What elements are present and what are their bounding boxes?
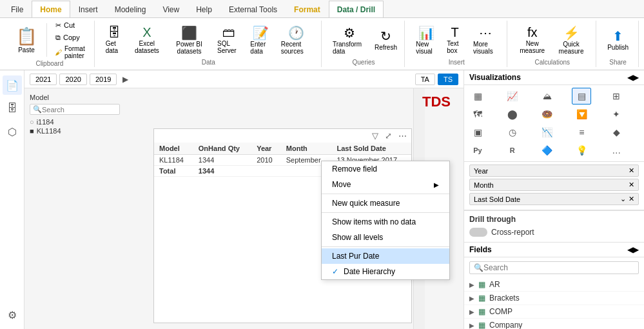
- recent-sources-button[interactable]: 🕐 Recent sources: [277, 23, 316, 57]
- viz-slicer[interactable]: ≡: [572, 124, 591, 141]
- viz-table[interactable]: ▤: [572, 88, 591, 105]
- ctx-show-no-data[interactable]: Show items with no data: [322, 214, 449, 230]
- fields-arrow-right[interactable]: ▶: [633, 245, 639, 254]
- viz-card[interactable]: ▣: [468, 124, 487, 141]
- refresh-button[interactable]: ↻ Refresh: [373, 26, 399, 53]
- ctx-last-pur-date-label: Last Pur Date: [332, 252, 379, 261]
- more-visuals-icon: ⋯: [479, 25, 492, 41]
- ctx-new-quick-measure[interactable]: New quick measure: [322, 195, 449, 211]
- quick-measure-button[interactable]: ⚡ Quick measure: [552, 23, 590, 57]
- viz-line-chart[interactable]: 📈: [503, 88, 522, 105]
- format-painter-button[interactable]: 🖌 Format painter: [51, 45, 89, 60]
- copy-label: Copy: [63, 34, 80, 41]
- viz-r[interactable]: R: [503, 142, 522, 159]
- paste-button[interactable]: 📋 Paste: [10, 23, 43, 57]
- ctx-date-hierarchy[interactable]: ✓ Date Hierarchy: [322, 264, 449, 279]
- viz-more[interactable]: …: [607, 142, 626, 159]
- ctx-show-all-levels[interactable]: Show all levels: [322, 230, 449, 245]
- ribbon-tab-bar: File Home Insert Modeling View Help Exte…: [0, 0, 644, 18]
- viz-qna[interactable]: 💡: [572, 142, 591, 159]
- powerbi-button[interactable]: ⬛ Power BI datasets: [167, 23, 211, 57]
- publish-label: Publish: [607, 44, 629, 51]
- new-measure-button[interactable]: fx New measure: [514, 23, 550, 56]
- more-icon[interactable]: ⋯: [396, 130, 409, 141]
- viz-funnel[interactable]: 🔽: [572, 106, 591, 123]
- col-onhand: OnHand Qty: [193, 143, 251, 155]
- filter-icon[interactable]: ▽: [370, 130, 380, 141]
- focus-icon[interactable]: ⤢: [383, 130, 394, 141]
- cut-button[interactable]: ✂ Cut: [51, 20, 89, 31]
- viz-map[interactable]: 🗺: [468, 106, 487, 123]
- tab-insert[interactable]: Insert: [70, 1, 106, 17]
- data-buttons: 🗄 Get data X Excel datasets ⬛ Power BI d…: [101, 21, 316, 59]
- copy-button[interactable]: ⧉ Copy: [51, 32, 89, 43]
- filter-last-sold-remove[interactable]: ✕: [629, 195, 634, 203]
- field-brackets[interactable]: ▶ ▦ Brackets: [464, 292, 644, 305]
- filter-year[interactable]: Year ✕: [469, 164, 639, 177]
- viz-arrow-right[interactable]: ▶: [633, 73, 639, 82]
- excel-button[interactable]: X Excel datasets: [128, 23, 166, 56]
- ctx-remove-field[interactable]: Remove field: [322, 161, 449, 177]
- viz-shape[interactable]: ◆: [607, 124, 626, 141]
- tab-file[interactable]: File: [3, 1, 32, 17]
- new-visual-button[interactable]: 📊 New visual: [411, 23, 441, 57]
- year-nav-forward[interactable]: ▶: [119, 74, 131, 85]
- viz-kpi[interactable]: 📉: [538, 124, 557, 141]
- year-2020-button[interactable]: 2020: [59, 74, 86, 85]
- sidebar-settings-icon[interactable]: ⚙: [3, 305, 22, 324]
- sidebar-data-icon[interactable]: 🗄: [3, 99, 22, 118]
- sidebar-model-icon[interactable]: ⬡: [3, 122, 22, 141]
- viz-decomp[interactable]: 🔷: [538, 142, 557, 159]
- tab-home[interactable]: Home: [32, 1, 70, 17]
- filter-month[interactable]: Month ✕: [469, 179, 639, 191]
- new-visual-label: New visual: [416, 41, 436, 55]
- model-search[interactable]: 🔍: [30, 104, 120, 115]
- filter-month-remove[interactable]: ✕: [629, 181, 634, 189]
- viz-gauge[interactable]: ◷: [503, 124, 522, 141]
- fields-search-input[interactable]: [483, 263, 634, 272]
- powerbi-icon: ⬛: [181, 25, 197, 41]
- field-comp[interactable]: ▶ ▦ COMP: [464, 305, 644, 319]
- tab-modeling[interactable]: Modeling: [106, 1, 155, 17]
- filter-expand-icon[interactable]: ⌄: [620, 195, 626, 203]
- filter-year-remove[interactable]: ✕: [629, 166, 634, 175]
- viz-scatter[interactable]: ✦: [607, 106, 626, 123]
- viz-matrix[interactable]: ⊞: [607, 88, 626, 105]
- fields-arrow-left[interactable]: ◀: [627, 245, 633, 254]
- model-item-kl1184[interactable]: ■ KL1184: [30, 126, 120, 135]
- model-item-i1184[interactable]: ○ i1184: [30, 117, 120, 126]
- field-company[interactable]: ▶ ▦ Company: [464, 319, 644, 329]
- sidebar-report-icon[interactable]: 📄: [3, 75, 22, 95]
- tab-data-drill[interactable]: Data / Drill: [329, 1, 384, 17]
- more-visuals-button[interactable]: ⋯ More visuals: [469, 23, 502, 57]
- cross-report-toggle[interactable]: [469, 228, 487, 237]
- viz-pie[interactable]: 🍩: [538, 106, 557, 123]
- excel-icon: X: [142, 25, 151, 40]
- model-search-input[interactable]: [42, 106, 113, 114]
- year-2019-button[interactable]: 2019: [90, 74, 117, 85]
- tab-view[interactable]: View: [154, 1, 188, 17]
- viz-arrow-left[interactable]: ◀: [627, 73, 633, 82]
- enter-data-button[interactable]: 📝 Enter data: [246, 23, 275, 57]
- viz-bar-chart[interactable]: ▦: [468, 88, 487, 105]
- tab-ts-button[interactable]: TS: [438, 74, 458, 85]
- left-sidebar: 📄 🗄 ⬡ ⚙: [0, 70, 24, 329]
- sql-button[interactable]: 🗃 SQL Server: [213, 23, 244, 56]
- tab-format[interactable]: Format: [286, 1, 329, 17]
- filter-last-sold[interactable]: Last Sold Date ⌄ ✕: [469, 193, 639, 205]
- viz-area-chart[interactable]: ⛰: [538, 88, 557, 105]
- year-2021-button[interactable]: 2021: [30, 74, 57, 85]
- viz-donut[interactable]: ⬤: [503, 106, 522, 123]
- field-ar[interactable]: ▶ ▦ AR: [464, 278, 644, 292]
- ctx-move[interactable]: Move ▶: [322, 177, 449, 192]
- get-data-button[interactable]: 🗄 Get data: [101, 23, 127, 56]
- transform-button[interactable]: ⚙ Transform data: [328, 23, 371, 57]
- publish-button[interactable]: ⬆ Publish: [603, 26, 633, 53]
- tab-external-tools[interactable]: External Tools: [220, 1, 286, 17]
- fields-search-box[interactable]: 🔍: [469, 261, 639, 274]
- tab-ta-button[interactable]: TA: [415, 74, 435, 85]
- ctx-last-pur-date[interactable]: Last Pur Date: [322, 248, 449, 264]
- text-box-button[interactable]: T Text box: [442, 23, 467, 56]
- viz-python[interactable]: Py: [468, 142, 487, 159]
- tab-help[interactable]: Help: [188, 1, 220, 17]
